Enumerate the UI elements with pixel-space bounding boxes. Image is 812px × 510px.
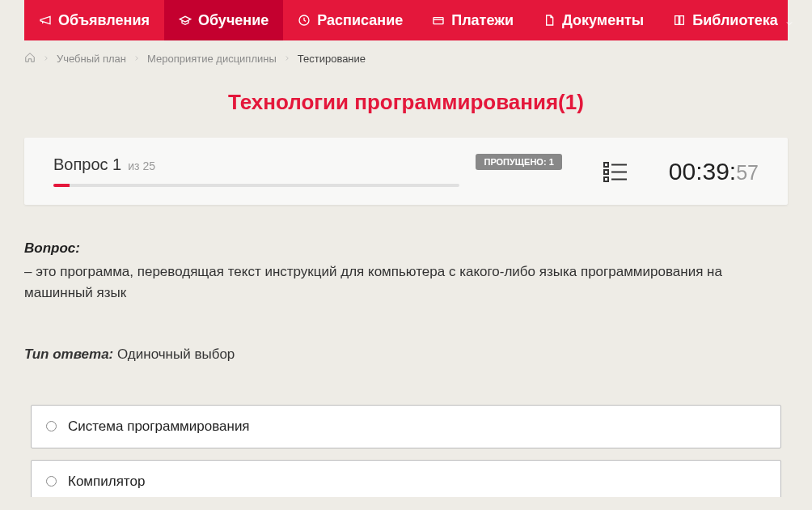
answer-text: Компилятор <box>68 474 145 490</box>
svg-rect-4 <box>604 170 608 174</box>
nav-label: Обучение <box>198 12 269 29</box>
timer: 00:39:57 <box>669 158 759 185</box>
nav-schedule[interactable]: Расписание <box>283 0 417 40</box>
nav-documents[interactable]: Документы <box>528 0 658 40</box>
progress-bar <box>53 184 459 187</box>
svg-rect-1 <box>433 18 443 24</box>
status-card: Вопрос 1 из 25 ПРОПУЩЕНО: 1 <box>24 138 788 205</box>
question-number: Вопрос 1 <box>53 155 121 174</box>
nav-label: Объявления <box>58 12 150 29</box>
question-body: Вопрос: – это программа, переводящая тек… <box>24 240 788 497</box>
answer-type-value: Одиночный выбор <box>117 346 235 362</box>
answer-option[interactable]: Компилятор <box>31 460 781 497</box>
answer-type-row: Тип ответа: Одиночный выбор <box>24 346 788 363</box>
radio-icon <box>46 476 57 487</box>
answers-list: Система программирования Компилятор <box>24 405 788 497</box>
breadcrumb-study-plan[interactable]: Учебный план <box>57 53 126 65</box>
breadcrumb-testing: Тестирование <box>298 53 366 65</box>
chevron-right-icon <box>42 53 50 65</box>
book-icon <box>673 14 686 27</box>
page-title: Технологии программирования(1) <box>24 90 788 115</box>
timer-seconds: 57 <box>736 161 759 185</box>
question-progress: Вопрос 1 из 25 <box>53 155 459 187</box>
timer-main: 00:39: <box>669 158 736 185</box>
graduation-icon <box>179 14 192 27</box>
breadcrumb-discipline-event[interactable]: Мероприятие дисциплины <box>147 53 277 65</box>
chevron-down-icon <box>785 15 794 25</box>
nav-education[interactable]: Обучение <box>164 0 283 40</box>
nav-payments[interactable]: Платежи <box>417 0 528 40</box>
question-list-icon[interactable] <box>603 160 628 183</box>
answer-text: Система программирования <box>68 419 250 435</box>
svg-rect-6 <box>604 177 608 181</box>
main-navbar: Объявления Обучение Расписание Платежи Д… <box>24 0 788 40</box>
nav-library[interactable]: Библиотека <box>658 0 809 40</box>
question-total: из 25 <box>128 159 155 172</box>
svg-rect-2 <box>604 163 608 167</box>
answer-option[interactable]: Система программирования <box>31 405 781 448</box>
home-icon[interactable] <box>24 52 36 66</box>
megaphone-icon <box>39 14 52 27</box>
question-prompt-label: Вопрос: <box>24 240 80 256</box>
chevron-right-icon <box>133 53 141 65</box>
question-text: – это программа, переводящая текст инстр… <box>24 261 788 304</box>
chevron-right-icon <box>283 53 291 65</box>
nav-label: Платежи <box>451 12 514 29</box>
breadcrumb: Учебный план Мероприятие дисциплины Тест… <box>0 40 812 74</box>
answer-type-label: Тип ответа: <box>24 346 113 362</box>
document-icon <box>543 14 556 27</box>
payment-icon <box>432 14 445 27</box>
clock-icon <box>298 14 311 27</box>
nav-label: Документы <box>562 12 644 29</box>
radio-icon <box>46 421 57 431</box>
nav-label: Расписание <box>317 12 403 29</box>
nav-announcements[interactable]: Объявления <box>24 0 164 40</box>
skipped-badge: ПРОПУЩЕНО: 1 <box>476 154 561 170</box>
nav-label: Библиотека <box>692 12 778 29</box>
